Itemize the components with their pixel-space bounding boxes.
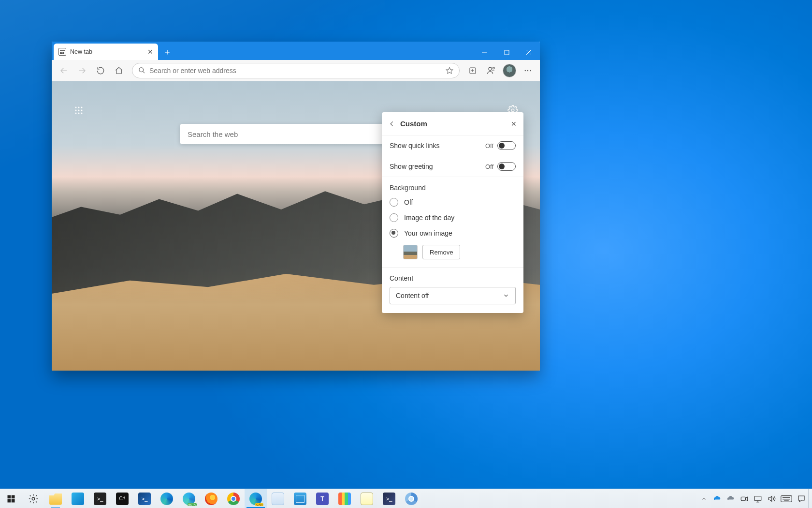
teams-app[interactable]: T <box>311 489 334 508</box>
toolbar <box>52 60 540 81</box>
terminal-app[interactable]: >_ <box>89 489 111 508</box>
content-heading: Content <box>390 274 516 282</box>
address-bar[interactable] <box>132 63 460 78</box>
settings-app[interactable] <box>22 489 44 508</box>
back-button[interactable] <box>56 62 72 79</box>
bg-option-image-of-day[interactable]: Image of the day <box>382 210 523 225</box>
regedit-icon <box>294 493 306 505</box>
chrome-app[interactable] <box>222 489 245 508</box>
browser-tab[interactable]: New tab ✕ <box>54 44 158 60</box>
close-tab-button[interactable]: ✕ <box>147 48 153 56</box>
cmd-app[interactable]: C:\ <box>111 489 133 508</box>
greeting-toggle[interactable] <box>497 162 516 171</box>
content-select[interactable]: Content off <box>390 287 516 304</box>
insider-app[interactable] <box>334 489 356 508</box>
cmd-icon: C:\ <box>116 493 129 505</box>
show-desktop-button[interactable] <box>808 489 811 508</box>
edge-canary-icon: CAN <box>249 493 262 505</box>
bg-option-own-image[interactable]: Your own image <box>382 225 523 241</box>
bg-option-off[interactable]: Off <box>382 194 523 210</box>
folder-icon <box>49 493 62 505</box>
minimize-button[interactable] <box>473 45 495 60</box>
edge-canary-app[interactable]: CAN <box>245 489 267 508</box>
edge-icon <box>160 493 173 505</box>
address-input[interactable] <box>149 67 446 75</box>
powershell-app[interactable]: >_ <box>133 489 156 508</box>
quick-links-row: Show quick links Off <box>382 135 523 156</box>
svg-marker-8 <box>446 67 452 74</box>
home-button[interactable] <box>111 62 127 79</box>
regedit-app[interactable] <box>289 489 311 508</box>
greeting-row: Show greeting Off <box>382 156 523 177</box>
powershell7-app[interactable]: >_ <box>378 489 400 508</box>
edge-beta-icon: BETA <box>183 493 195 505</box>
powershell-icon: >_ <box>138 493 151 505</box>
onedrive-gray-icon[interactable] <box>724 489 738 508</box>
svg-point-20 <box>75 110 77 111</box>
panel-close-button[interactable]: ✕ <box>511 120 517 128</box>
notepad-alt-app[interactable] <box>267 489 289 508</box>
content-select-value: Content off <box>396 292 429 299</box>
notepad-app[interactable] <box>356 489 378 508</box>
edge-beta-app[interactable]: BETA <box>178 489 200 508</box>
photos-app[interactable] <box>67 489 89 508</box>
radio-icon <box>390 198 398 207</box>
new-tab-favicon-icon <box>58 48 66 56</box>
quick-links-toggle[interactable] <box>497 141 516 150</box>
svg-rect-27 <box>8 495 11 498</box>
more-menu-button[interactable] <box>520 62 536 79</box>
start-button[interactable] <box>0 489 22 508</box>
onedrive-blue-icon[interactable] <box>710 489 724 508</box>
ntp-search-input[interactable] <box>188 130 404 138</box>
new-tab-button[interactable]: ＋ <box>160 45 174 59</box>
svg-point-12 <box>488 67 491 70</box>
firefox-app[interactable] <box>200 489 222 508</box>
radio-icon <box>390 213 398 222</box>
remove-image-button[interactable]: Remove <box>422 245 460 259</box>
collections-button[interactable] <box>464 62 481 79</box>
new-tab-page: Custom ✕ Show quick links Off Show greet… <box>52 81 540 371</box>
own-image-row: Remove <box>382 241 523 268</box>
input-indicator-icon[interactable] <box>778 489 795 508</box>
svg-rect-28 <box>12 495 15 498</box>
chevron-down-icon <box>503 292 509 299</box>
greeting-state: Off <box>485 163 493 170</box>
background-heading: Background <box>382 177 523 194</box>
profile-avatar[interactable] <box>501 62 518 79</box>
panel-back-button[interactable] <box>389 120 395 127</box>
file-explorer-app[interactable] <box>44 489 67 508</box>
svg-rect-32 <box>741 497 745 501</box>
profile-guest-button[interactable] <box>483 62 499 79</box>
close-window-button[interactable] <box>518 45 540 60</box>
chrome-icon <box>227 493 240 505</box>
svg-line-7 <box>143 71 145 73</box>
ntp-search-box[interactable] <box>180 124 412 144</box>
svg-point-19 <box>81 107 83 108</box>
network-icon[interactable] <box>751 489 765 508</box>
browser-window: New tab ✕ ＋ <box>52 42 540 371</box>
svg-marker-33 <box>745 497 748 501</box>
chromium-app[interactable] <box>400 489 422 508</box>
refresh-button[interactable] <box>92 62 109 79</box>
svg-point-14 <box>525 70 526 71</box>
bg-option-off-label: Off <box>404 198 413 206</box>
tab-title: New tab <box>70 48 92 55</box>
bg-thumbnail[interactable] <box>403 245 418 259</box>
volume-icon[interactable] <box>765 489 778 508</box>
quick-links-state: Off <box>485 142 493 149</box>
teams-icon: T <box>316 493 329 505</box>
panel-header: Custom ✕ <box>382 112 523 135</box>
forward-button[interactable] <box>74 62 90 79</box>
favorite-star-icon[interactable] <box>446 67 453 75</box>
edge-app[interactable] <box>156 489 178 508</box>
tray-overflow-button[interactable] <box>697 489 710 508</box>
firefox-icon <box>205 493 218 505</box>
maximize-button[interactable] <box>495 45 518 60</box>
search-icon <box>138 67 145 74</box>
apps-grid-button[interactable] <box>71 103 87 118</box>
powershell7-icon: >_ <box>383 493 395 505</box>
meet-now-icon[interactable] <box>738 489 751 508</box>
avatar-icon <box>503 64 516 77</box>
titlebar: New tab ✕ ＋ <box>52 42 540 60</box>
action-center-icon[interactable] <box>795 489 808 508</box>
